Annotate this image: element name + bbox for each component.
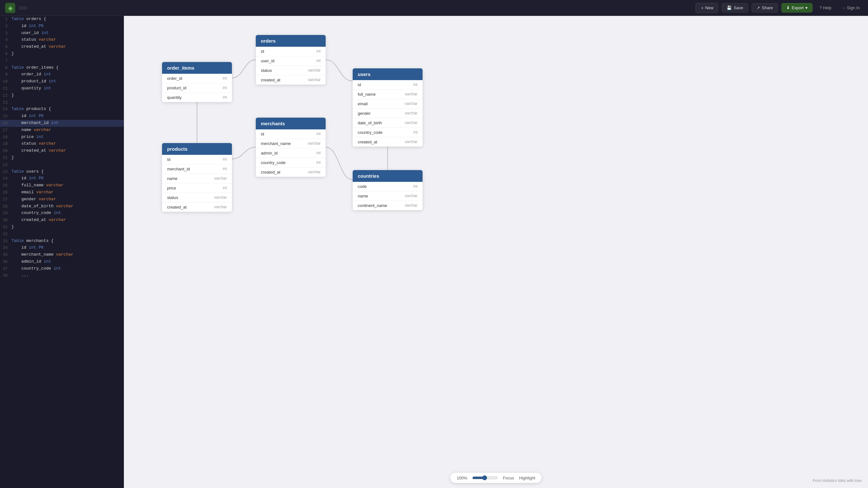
field-type: varchar — [308, 78, 320, 82]
table-header-order_items: order_items — [162, 62, 232, 74]
diagram-title[interactable] — [19, 6, 27, 9]
line-content: country_code int — [11, 265, 124, 272]
table-orders[interactable]: ordersidintuser_idintstatusvarcharcreate… — [256, 35, 326, 85]
code-line-8: 8Table order_items { — [0, 64, 124, 71]
code-line-14: 14Table products { — [0, 106, 124, 113]
field-type: varchar — [308, 68, 320, 73]
field-type: varchar — [214, 205, 227, 209]
export-button[interactable]: ⬇ Export ▾ — [782, 3, 813, 12]
field-type: varchar — [405, 102, 417, 106]
field-name: created_at — [167, 205, 186, 209]
field-name: product_id — [167, 86, 186, 90]
line-number: 8 — [0, 64, 11, 71]
line-number: 30 — [0, 217, 11, 224]
line-number: 35 — [0, 252, 11, 258]
table-row: namevarchar — [353, 191, 423, 201]
field-type: varchar — [308, 141, 320, 146]
table-row: product_idint — [162, 83, 232, 93]
code-line-26: 26 email varchar — [0, 189, 124, 196]
code-line-35: 35 merchant_name varchar — [0, 252, 124, 258]
field-type: int — [413, 130, 417, 135]
line-number: 9 — [0, 71, 11, 78]
line-number: 19 — [0, 141, 11, 147]
line-content: merchant_name varchar — [11, 252, 124, 258]
table-order_items[interactable]: order_itemsorder_idintproduct_idintquant… — [162, 62, 232, 102]
code-line-13: 13 — [0, 99, 124, 106]
field-name: name — [167, 176, 178, 181]
line-number: 29 — [0, 210, 11, 217]
table-users[interactable]: usersidintfull_namevarcharemailvarcharge… — [353, 68, 423, 147]
field-name: country_code — [358, 130, 382, 135]
line-number: 2 — [0, 23, 11, 30]
line-number: 34 — [0, 245, 11, 252]
table-row: priceint — [162, 183, 232, 193]
table-countries[interactable]: countriescodeintnamevarcharcontinent_nam… — [353, 170, 423, 210]
line-content: admin_id int — [11, 258, 124, 265]
table-row: created_atvarchar — [256, 75, 326, 85]
field-type: int — [223, 157, 227, 162]
share-icon: ↗ — [756, 5, 760, 10]
line-content: price int — [11, 134, 124, 141]
line-number: 28 — [0, 203, 11, 210]
table-merchants[interactable]: merchantsidintmerchant_namevarcharadmin_… — [256, 118, 326, 177]
line-content: ... — [11, 272, 124, 279]
field-name: email — [358, 102, 368, 106]
table-row: namevarchar — [162, 174, 232, 183]
code-line-19: 19 status varchar — [0, 141, 124, 147]
line-content: created_at varchar — [11, 217, 124, 224]
field-name: id — [167, 157, 170, 162]
field-name: created_at — [261, 170, 280, 175]
diagram-canvas[interactable]: 100% Focus Highlight From Holistics folk… — [124, 16, 868, 488]
table-row: admin_idint — [256, 148, 326, 158]
field-name: id — [358, 82, 361, 87]
line-number: 16 — [0, 120, 11, 127]
new-button[interactable]: ＋ New — [695, 3, 718, 13]
line-number: 10 — [0, 78, 11, 85]
code-line-17: 17 name varchar — [0, 127, 124, 134]
table-row: statusvarchar — [256, 66, 326, 75]
table-row: statusvarchar — [162, 193, 232, 202]
table-row: country_codeint — [256, 158, 326, 168]
field-type: int — [413, 82, 417, 87]
zoom-slider[interactable] — [472, 475, 498, 480]
line-number: 11 — [0, 85, 11, 92]
table-row: idint — [353, 80, 423, 90]
field-type: varchar — [405, 111, 417, 116]
line-content: country_code int — [11, 210, 124, 217]
table-row: quantityint — [162, 93, 232, 102]
save-button[interactable]: 💾 Save — [722, 3, 748, 12]
line-number: 14 — [0, 106, 11, 113]
line-content: full_name varchar — [11, 182, 124, 189]
table-row: merchant_namevarchar — [256, 139, 326, 148]
field-name: continent_name — [358, 203, 387, 208]
line-content: id int PK — [11, 23, 124, 30]
line-content: status varchar — [11, 141, 124, 147]
line-content — [11, 58, 124, 64]
line-number: 7 — [0, 58, 11, 64]
help-button[interactable]: ? Help — [816, 3, 835, 12]
line-content: gender varchar — [11, 196, 124, 203]
table-products[interactable]: productsidintmerchant_idintnamevarcharpr… — [162, 143, 232, 212]
line-number: 12 — [0, 92, 11, 99]
field-name: full_name — [358, 92, 376, 97]
line-content — [11, 162, 124, 169]
signin-button[interactable]: → Sign In — [838, 3, 863, 12]
zoom-level: 100% — [457, 476, 467, 480]
code-line-33: 33Table merchants { — [0, 238, 124, 245]
field-type: int — [316, 58, 320, 63]
highlight-button[interactable]: Highlight — [519, 476, 535, 480]
share-button[interactable]: ↗ Share — [752, 3, 778, 12]
attribution-text: From Holistics folks with love — [813, 479, 862, 483]
code-line-15: 15 id int PK — [0, 113, 124, 120]
table-row: created_atvarchar — [353, 137, 423, 147]
code-line-22: 22 — [0, 162, 124, 169]
line-number: 36 — [0, 258, 11, 265]
line-number: 23 — [0, 169, 11, 175]
code-line-5: 5 created_at varchar — [0, 44, 124, 51]
field-name: user_id — [261, 58, 275, 63]
line-content: } — [11, 224, 124, 231]
code-line-16: 16 merchant_id int — [0, 120, 124, 127]
code-panel[interactable]: 1Table orders {2 id int PK3 user_id int4… — [0, 16, 124, 488]
focus-button[interactable]: Focus — [503, 476, 514, 480]
field-type: int — [316, 132, 320, 136]
